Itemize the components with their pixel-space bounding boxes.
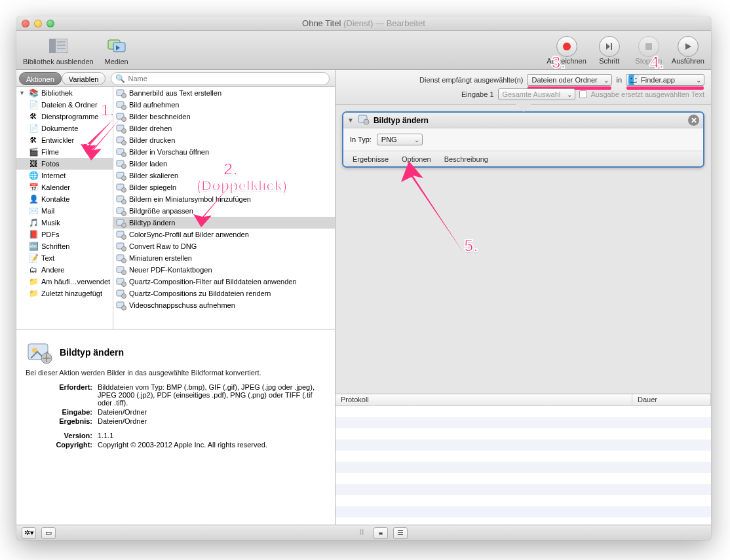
action-list-item[interactable]: Videoschnappschuss aufnehmen xyxy=(113,299,335,311)
action-list-item[interactable]: Miniaturen erstellen xyxy=(113,252,335,264)
library-item[interactable]: 👤Kontakte xyxy=(16,193,113,205)
search-input[interactable] xyxy=(128,75,325,83)
gear-menu-button[interactable]: ✲▾ xyxy=(22,527,36,539)
info-value: Dateien/Ordner xyxy=(98,408,326,416)
toggle-library-label: Bibliothek ausblenden xyxy=(23,58,94,65)
service-input-selection-popup: Gesamte Auswahl xyxy=(498,88,575,100)
folder-icon: 📁 xyxy=(28,288,39,299)
action-list-item[interactable]: Quartz-Composition-Filter auf Bilddateie… xyxy=(113,276,335,288)
library-root[interactable]: ▼📚Bibliothek xyxy=(16,87,113,99)
library-item[interactable]: 📄Dokumente xyxy=(16,122,113,134)
action-list-item[interactable]: Bild aufnehmen xyxy=(113,99,335,111)
log-col-duration[interactable]: Dauer xyxy=(632,394,711,405)
action-list-item[interactable]: Bilder skalieren xyxy=(113,170,335,181)
svg-point-41 xyxy=(122,271,126,275)
action-list-item[interactable]: Bilder beschneiden xyxy=(113,111,335,122)
library-tree[interactable]: ▼📚Bibliothek 📄Dateien & Ordner🛠Dienstpro… xyxy=(16,87,113,329)
tab-results[interactable]: Ergebnisse xyxy=(353,155,389,163)
statusbar: ✲▾ ▭ ⠿ ≡ ☰ xyxy=(16,525,711,540)
workflow-action-card[interactable]: ▼ Bildtyp ändern ✕ In Typ: PNG Ergebniss… xyxy=(342,111,704,168)
library-item[interactable]: 🎵Musik xyxy=(16,217,113,229)
annotation-5: 5. xyxy=(464,236,478,255)
action-list-item[interactable]: Bilder in Vorschau öffnen xyxy=(113,146,335,158)
stop-button[interactable]: Stoppen xyxy=(632,36,665,65)
search-field[interactable]: 🔍 xyxy=(111,72,330,85)
action-list[interactable]: Bannerbild aus Text erstellenBild aufneh… xyxy=(113,87,335,329)
action-icon xyxy=(116,100,126,110)
svg-point-45 xyxy=(122,294,126,299)
action-list-item[interactable]: Bildgröße anpassen xyxy=(113,205,335,217)
action-list-item[interactable]: Bilder spiegeln xyxy=(113,181,335,193)
action-list-item[interactable]: Convert Raw to DNG xyxy=(113,240,335,252)
library-item[interactable]: 🎬Filme xyxy=(16,146,113,158)
svg-point-39 xyxy=(122,259,126,263)
step-label: Schritt xyxy=(599,57,619,65)
info-value: Bilddateien vom Typ: BMP (.bmp), GIF (.g… xyxy=(98,383,326,407)
view-list-button[interactable]: ≡ xyxy=(374,527,388,539)
svg-marker-60 xyxy=(401,161,463,252)
action-list-item[interactable]: Bilder drehen xyxy=(113,122,335,134)
svg-point-11 xyxy=(122,94,126,98)
library-item[interactable]: 🔤Schriften xyxy=(16,240,113,252)
service-app-popup[interactable]: Finder.app xyxy=(626,74,704,86)
action-icon xyxy=(116,147,126,157)
action-icon xyxy=(116,217,126,228)
tab-actions[interactable]: Aktionen xyxy=(19,72,62,85)
library-item[interactable]: 🗂Andere xyxy=(16,264,113,276)
panel-toggle-button[interactable]: ▭ xyxy=(41,527,56,539)
disclosure-icon[interactable]: ▼ xyxy=(347,117,354,124)
action-list-item[interactable]: Bildtyp ändern xyxy=(113,217,335,229)
library-item[interactable]: 📅Kalender xyxy=(16,181,113,193)
step-button[interactable]: Schritt xyxy=(593,36,626,65)
library-item[interactable]: 🖼Fotos xyxy=(16,158,113,170)
tab-description[interactable]: Beschreibung xyxy=(444,155,488,163)
service-receives-label: Dienst empfängt ausgewählte(n) xyxy=(419,76,523,84)
svg-point-15 xyxy=(122,117,126,122)
action-info: Bildtyp ändern Bei dieser Aktion werden … xyxy=(16,329,335,525)
svg-point-57 xyxy=(636,78,637,79)
drag-handle-icon[interactable]: ⠿ xyxy=(359,529,364,537)
category-icon: 🎬 xyxy=(28,147,39,157)
action-list-item[interactable]: Quartz-Compositions zu Bilddateien rende… xyxy=(113,288,335,299)
library-last[interactable]: 📁Zuletzt hinzugefügt xyxy=(16,288,113,299)
stop-label: Stoppen xyxy=(635,57,662,65)
action-icon xyxy=(116,229,126,240)
toggle-library-button[interactable]: Bibliothek ausblenden xyxy=(23,35,94,65)
action-list-item[interactable]: Bildern ein Miniatursymbol hinzufügen xyxy=(113,193,335,205)
action-info-title: Bildtyp ändern xyxy=(60,347,124,358)
log-col-protocol[interactable]: Protokoll xyxy=(336,394,632,405)
action-list-item[interactable]: Bilder drucken xyxy=(113,134,335,146)
library-item[interactable]: ✉️Mail xyxy=(16,205,113,217)
library-icon xyxy=(48,35,69,56)
info-value: 1.1.1 xyxy=(98,432,326,439)
info-value: Dateien/Ordner xyxy=(98,417,326,425)
view-log-button[interactable]: ☰ xyxy=(393,527,408,539)
svg-point-31 xyxy=(122,212,126,216)
tab-options[interactable]: Optionen xyxy=(402,155,431,163)
svg-rect-9 xyxy=(645,43,652,50)
library-item[interactable]: 📄Dateien & Ordner xyxy=(16,99,113,111)
remove-action-button[interactable]: ✕ xyxy=(688,115,699,126)
library-item[interactable]: 📝Text xyxy=(16,252,113,264)
folder-icon: 📁 xyxy=(28,276,39,287)
action-list-item[interactable]: Bilder laden xyxy=(113,158,335,170)
record-button[interactable]: Aufzeichnen xyxy=(547,36,586,65)
action-list-item[interactable]: ColorSync-Profil auf Bilder anwenden xyxy=(113,229,335,240)
library-recent[interactable]: 📁Am häufi…verwendet xyxy=(16,276,113,288)
library-item[interactable]: 📕PDFs xyxy=(16,229,113,240)
titlebar: Ohne Titel (Dienst) — Bearbeitet xyxy=(16,16,711,31)
file-type-popup[interactable]: PNG xyxy=(377,134,423,145)
action-list-item[interactable]: Neuer PDF-Kontaktbogen xyxy=(113,264,335,276)
action-list-item[interactable]: Bannerbild aus Text erstellen xyxy=(113,87,335,99)
service-input-type-popup[interactable]: Dateien oder Ordner xyxy=(527,74,612,86)
run-button[interactable]: Ausführen xyxy=(672,36,704,65)
workflow-canvas[interactable]: ▼ Bildtyp ändern ✕ In Typ: PNG Ergebniss… xyxy=(336,105,711,394)
tab-variables[interactable]: Variablen xyxy=(62,72,106,85)
media-button[interactable]: Medien xyxy=(100,35,133,65)
library-item[interactable]: 🌐Internet xyxy=(16,170,113,181)
svg-point-37 xyxy=(122,247,126,252)
library-item[interactable]: 🛠Entwickler xyxy=(16,134,113,146)
svg-point-43 xyxy=(122,282,126,287)
search-icon: 🔍 xyxy=(115,74,125,83)
library-item[interactable]: 🛠Dienstprogramme xyxy=(16,111,113,122)
